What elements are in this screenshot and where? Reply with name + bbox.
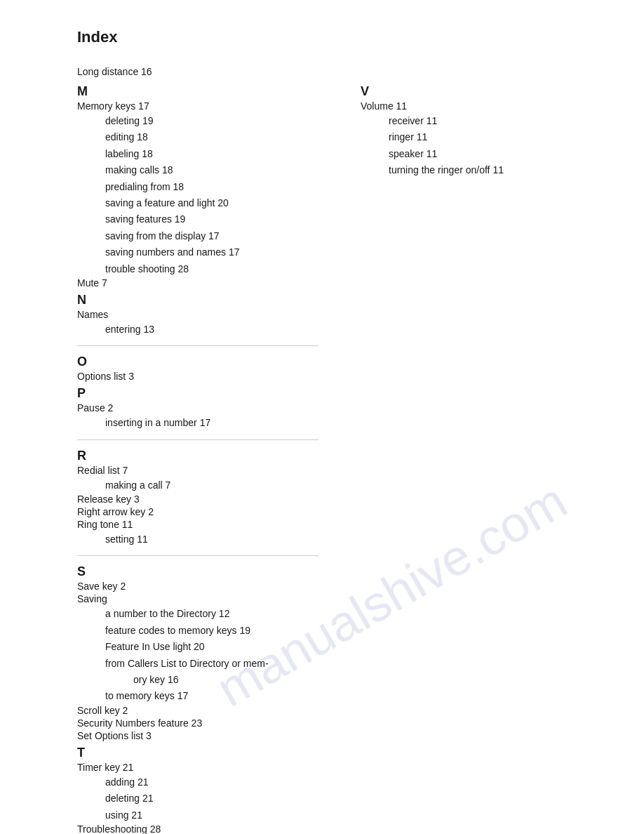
sub-entry: using 21: [77, 807, 318, 823]
sub-entry: a number to the Directory 12: [77, 606, 318, 621]
section-header-T: T: [77, 746, 318, 760]
sub-entry: to memory keys 17: [77, 688, 318, 703]
page-title: Index: [77, 28, 602, 46]
sub-entry: turning the ringer on/off 11: [361, 162, 602, 178]
sub-entry: making calls 18: [77, 162, 318, 178]
main-entry: Troubleshooting 28: [77, 823, 318, 834]
sub-entry: entering 13: [77, 322, 318, 337]
main-entry: Saving: [77, 593, 318, 604]
sub-entry: saving from the display 17: [77, 228, 318, 244]
main-entry: Names: [77, 309, 318, 320]
divider: [77, 555, 318, 556]
right-column: V Volume 11 receiver 11 ringer 11 speake…: [318, 80, 602, 834]
sub-entry: from Callers List to Directory or mem-: [77, 656, 318, 671]
top-entry-long-distance: Long distance 16: [77, 66, 602, 77]
section-header-O: O: [77, 355, 318, 369]
main-entry: Options list 3: [77, 371, 318, 382]
sub-entry: setting 11: [77, 531, 318, 547]
sub-entry: speaker 11: [361, 146, 602, 161]
sub-entry: saving a feature and light 20: [77, 195, 318, 211]
divider: [77, 439, 318, 440]
main-entry: Mute 7: [77, 277, 318, 289]
main-entry: Set Options list 3: [77, 730, 318, 741]
main-entry: Ring tone 11: [77, 519, 318, 530]
main-entry: Pause 2: [77, 402, 318, 413]
sub-entry: adding 21: [77, 774, 318, 790]
section-header-N: N: [77, 293, 318, 307]
sub-entry: inserting in a number 17: [77, 415, 318, 430]
main-entry: Volume 11: [361, 100, 602, 112]
section-header-S: S: [77, 564, 318, 579]
main-entry: Timer key 21: [77, 762, 318, 773]
sub-entry: deleting 21: [77, 790, 318, 806]
section-header-P: P: [77, 386, 318, 401]
main-entry: Save key 2: [77, 581, 318, 592]
section-header-M: M: [77, 84, 318, 99]
section-header-R: R: [77, 449, 318, 463]
main-entry: Right arrow key 2: [77, 506, 318, 517]
sub-entry: deleting 19: [77, 113, 318, 128]
sub-entry: saving features 19: [77, 211, 318, 227]
main-entry: Security Numbers feature 23: [77, 717, 318, 729]
sub-entry-deep: ory key 16: [77, 672, 318, 687]
sub-entry: feature codes to memory keys 19: [77, 623, 318, 638]
main-entry: Release key 3: [77, 494, 318, 505]
sub-entry: ringer 11: [361, 129, 602, 145]
sub-entry: predialing from 18: [77, 179, 318, 194]
sub-entry: saving numbers and names 17: [77, 244, 318, 260]
section-header-V: V: [361, 84, 602, 99]
left-column: M Memory keys 17 deleting 19 editing 18 …: [77, 80, 318, 834]
sub-entry: editing 18: [77, 129, 318, 145]
sub-entry: receiver 11: [361, 113, 602, 128]
main-entry: Scroll key 2: [77, 705, 318, 716]
divider: [77, 345, 318, 346]
sub-entry: Feature In Use light 20: [77, 639, 318, 654]
main-entry: Memory keys 17: [77, 100, 318, 112]
sub-entry: labeling 18: [77, 146, 318, 161]
sub-entry: making a call 7: [77, 477, 318, 493]
sub-entry: trouble shooting 28: [77, 261, 318, 277]
main-entry: Redial list 7: [77, 465, 318, 476]
